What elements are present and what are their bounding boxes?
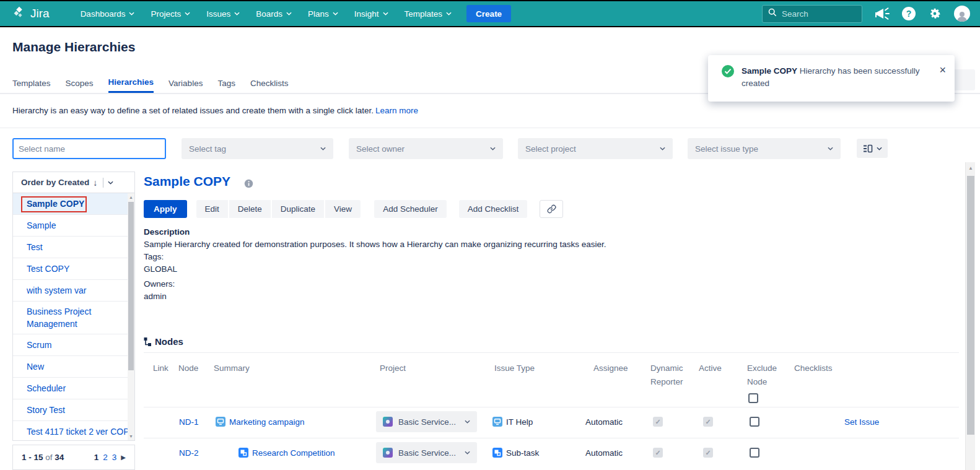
add-checklist-button[interactable]: Add Checklist: [459, 200, 528, 218]
issue-type-value: IT Help: [506, 417, 533, 427]
scroll-up-icon[interactable]: ▲: [128, 195, 134, 199]
copy-link-button[interactable]: [540, 200, 563, 218]
page-scrollbar[interactable]: ▲: [965, 162, 975, 470]
node-key-link[interactable]: ND-2: [179, 448, 199, 458]
close-icon[interactable]: ×: [939, 65, 946, 75]
chevron-down-icon[interactable]: [108, 181, 113, 185]
select-issue-type-dropdown[interactable]: Select issue type: [688, 138, 841, 159]
add-scheduler-button[interactable]: Add Scheduler: [374, 200, 447, 218]
select-project-dropdown[interactable]: Select project: [518, 138, 673, 159]
list-view-icon: [863, 144, 873, 153]
list-item-with-system-var[interactable]: with system var: [13, 280, 134, 302]
description-text: Sample Hierarchy created for demonstrati…: [144, 240, 606, 249]
col-project: Project: [380, 362, 406, 375]
chevron-down-icon: [320, 147, 326, 150]
list-item-test-4117[interactable]: Test 4117 ticket 2 ver COPY: [13, 421, 134, 440]
page-scrollbar-thumb[interactable]: [967, 176, 974, 435]
learn-more-link[interactable]: Learn more: [375, 106, 418, 115]
user-avatar[interactable]: [954, 6, 970, 22]
announcements-icon[interactable]: [875, 7, 890, 20]
tab-templates[interactable]: Templates: [12, 73, 51, 93]
chevron-down-icon: [877, 147, 882, 150]
delete-button[interactable]: Delete: [229, 200, 271, 218]
sidebar-scrollbar-thumb[interactable]: [128, 202, 134, 370]
tags-value: GLOBAL: [144, 264, 177, 274]
tab-checklists[interactable]: Checklists: [250, 73, 289, 93]
tab-scopes[interactable]: Scopes: [66, 73, 94, 93]
summary-link[interactable]: Research Competition: [252, 448, 335, 458]
info-icon[interactable]: [244, 179, 253, 191]
jira-brand-text: Jira: [30, 7, 50, 20]
intro-text: Hierarchy is an easy way to define a set…: [12, 106, 418, 115]
exclude-node-checkbox[interactable]: [750, 417, 759, 427]
list-item-sample[interactable]: Sample: [13, 215, 134, 237]
scroll-up-icon[interactable]: ▲: [966, 165, 976, 171]
hierarchy-detail-panel: Sample COPY Apply Edit Delete Duplicate …: [144, 172, 959, 470]
apply-button[interactable]: Apply: [144, 200, 187, 218]
assignee-value: Automatic: [585, 448, 623, 458]
tab-variables[interactable]: Variables: [168, 73, 203, 93]
settings-gear-icon[interactable]: [928, 7, 942, 20]
list-item-story-test[interactable]: Story Test: [13, 399, 134, 421]
tab-hierarchies[interactable]: Hierarchies: [108, 73, 154, 93]
create-button[interactable]: Create: [466, 5, 511, 22]
select-tag-dropdown[interactable]: Select tag: [182, 138, 333, 159]
list-item-test[interactable]: Test: [13, 237, 134, 258]
tab-tags[interactable]: Tags: [217, 73, 235, 93]
nav-plans[interactable]: Plans: [308, 9, 338, 19]
page-3-button[interactable]: 3: [112, 453, 117, 462]
duplicate-button[interactable]: Duplicate: [272, 200, 324, 218]
list-item-test-copy[interactable]: Test COPY: [13, 258, 134, 280]
chevron-down-icon: [383, 12, 388, 15]
list-item-sample-copy[interactable]: Sample COPY: [13, 193, 134, 215]
search-input[interactable]: [782, 9, 850, 19]
list-item-scrum[interactable]: Scrum: [13, 334, 134, 356]
nav-boards[interactable]: Boards: [256, 9, 292, 19]
sidebar-scrollbar[interactable]: ▲ ▼: [128, 193, 134, 440]
sort-descending-icon[interactable]: ↓: [93, 178, 97, 188]
next-page-icon[interactable]: ▶: [121, 454, 126, 461]
chevron-down-icon: [828, 147, 833, 150]
chevron-down-icon: [490, 147, 496, 150]
col-summary: Summary: [214, 362, 250, 375]
project-select-nd2[interactable]: Basic Service...: [376, 442, 477, 463]
chevron-down-icon: [446, 12, 452, 15]
global-search[interactable]: [762, 5, 862, 23]
list-item-business-project-management[interactable]: Business Project Management: [13, 302, 134, 334]
page-2-button[interactable]: 2: [103, 453, 108, 462]
chevron-down-icon: [465, 451, 470, 455]
nav-templates[interactable]: Templates: [405, 9, 452, 19]
nav-dashboards[interactable]: Dashboards: [81, 9, 135, 19]
sub-task-issue-icon: [492, 448, 502, 458]
exclude-all-checkbox[interactable]: [748, 393, 758, 403]
select-name-input[interactable]: [12, 138, 166, 159]
chevron-down-icon: [185, 12, 190, 15]
col-checklists: Checklists: [794, 362, 833, 375]
it-help-issue-icon: [216, 417, 225, 427]
view-button[interactable]: View: [325, 200, 361, 218]
node-key-link[interactable]: ND-1: [179, 417, 199, 427]
set-issue-link[interactable]: Set Issue: [844, 417, 879, 427]
scroll-down-icon[interactable]: ▼: [128, 434, 134, 438]
nav-insight[interactable]: Insight: [354, 9, 388, 19]
edit-button[interactable]: Edit: [196, 200, 228, 218]
col-node: Node: [178, 362, 198, 375]
jira-logo[interactable]: Jira: [12, 6, 50, 22]
header-separator: [103, 178, 103, 188]
issue-type-value: Sub-task: [506, 448, 539, 458]
help-icon[interactable]: ?: [902, 7, 916, 20]
list-item-scheduler[interactable]: Scheduler: [13, 378, 134, 399]
active-checkbox: ✓: [703, 417, 713, 427]
view-options-button[interactable]: [857, 139, 888, 158]
exclude-node-checkbox[interactable]: [750, 448, 759, 458]
page-1-button[interactable]: 1: [94, 453, 99, 462]
summary-link[interactable]: Marketing campaign: [229, 417, 305, 427]
list-item-new[interactable]: New: [13, 356, 134, 378]
success-toast: Sample COPY Hierarchy has been successfu…: [708, 55, 955, 102]
select-owner-dropdown[interactable]: Select owner: [349, 138, 503, 159]
order-by-header[interactable]: Order by Created ↓: [13, 172, 134, 193]
nav-issues[interactable]: Issues: [206, 9, 240, 19]
project-select-nd1[interactable]: Basic Service...: [376, 411, 477, 432]
nav-projects[interactable]: Projects: [151, 9, 190, 19]
primary-nav: Dashboards Projects Issues Boards Plans …: [81, 9, 452, 19]
